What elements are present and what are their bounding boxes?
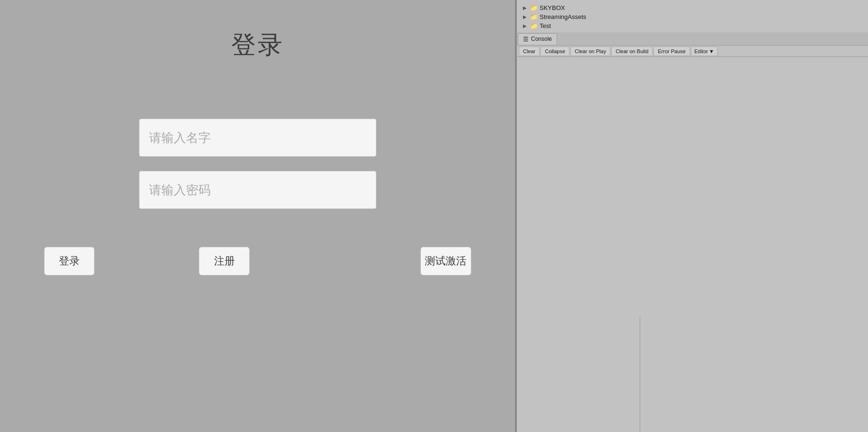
password-input[interactable] [139,171,376,209]
tree-label-skybox: SKYBOX [540,4,565,11]
login-button[interactable]: 登录 [44,247,95,275]
project-browser: ▶ 📁 SKYBOX ▶ 📁 StreamingAssets ▶ 📁 Test [517,0,868,32]
console-content [517,57,868,347]
tree-label-test: Test [540,22,551,29]
console-icon: ☰ [523,36,529,43]
console-toolbar: Clear Collapse Clear on Play Clear on Bu… [517,46,868,57]
editor-dropdown[interactable]: Editor ▼ [691,47,718,56]
clear-on-build-button[interactable]: Clear on Build [611,47,653,56]
tree-item-streamingassets[interactable]: ▶ 📁 StreamingAssets [522,12,868,21]
console-tab-bar: ☰ Console [517,32,868,46]
bottom-right [517,317,868,432]
editor-dropdown-arrow: ▼ [709,48,714,54]
tree-arrow-test: ▶ [522,23,528,29]
bottom-area [0,317,515,432]
test-activate-button[interactable]: 测试激活 [420,247,471,275]
editor-dropdown-label: Editor [694,48,708,54]
tree-arrow-skybox: ▶ [522,5,528,11]
clear-button[interactable]: Clear [519,47,540,56]
folder-icon-streamingassets: 📁 [530,14,538,20]
tree-label-streamingassets: StreamingAssets [540,13,586,20]
bottom-right-left [517,317,640,432]
username-input[interactable] [139,119,376,157]
collapse-button[interactable]: Collapse [541,47,569,56]
login-title: 登录 [231,28,284,62]
bottom-right-right [640,317,868,432]
console-tab-label: Console [531,36,552,42]
buttons-row: 登录 注册 测试激活 [44,247,471,275]
error-pause-button[interactable]: Error Pause [653,47,690,56]
register-button[interactable]: 注册 [199,247,250,275]
clear-on-play-button[interactable]: Clear on Play [570,47,610,56]
tree-item-skybox[interactable]: ▶ 📁 SKYBOX [522,3,868,12]
folder-icon-skybox: 📁 [530,5,538,11]
folder-icon-test: 📁 [530,23,538,29]
tree-item-test[interactable]: ▶ 📁 Test [522,21,868,30]
console-tab[interactable]: ☰ Console [518,33,557,45]
tree-arrow-streamingassets: ▶ [522,14,528,20]
